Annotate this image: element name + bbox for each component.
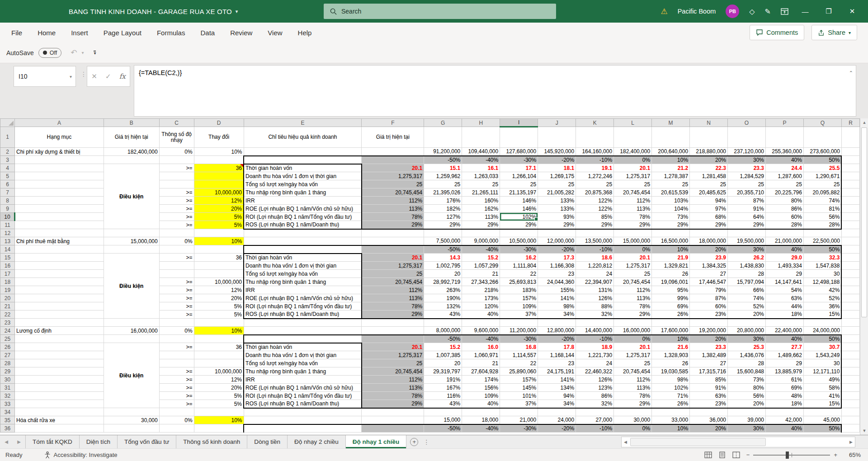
cell-D23[interactable] [194,319,244,327]
gem-icon[interactable]: ◇ [749,7,755,16]
cell-P30[interactable]: 61% [766,376,804,384]
cell-H29[interactable]: 27,604,928 [462,367,500,376]
cell-B13[interactable]: 15,000,000 [104,237,159,245]
cell-J4[interactable]: 18.1 [538,164,576,172]
cell-K2[interactable]: 164,160,000 [576,148,614,156]
cell-G8[interactable]: 176% [424,197,462,205]
cell-L18[interactable]: 20,745,454 [614,278,652,286]
close-button[interactable]: ✕ [845,7,859,15]
cell-C27[interactable] [159,351,194,359]
cell-Q9[interactable]: 81% [803,205,841,213]
sheet-tab[interactable]: Tổng vốn đầu tư [118,435,176,448]
cell-D4[interactable]: 36 [194,164,244,172]
cell-P36[interactable]: 40% [766,424,804,433]
cell-F8[interactable]: 112% [362,197,424,205]
cell-F6[interactable]: 25 [362,180,424,188]
cell-N13[interactable]: 18,000,000 [690,237,728,245]
cell-O8[interactable]: 87% [728,197,766,205]
cell-F34[interactable] [362,408,424,416]
cell-P24[interactable]: 22,400,000 [766,327,804,335]
cell-D6[interactable] [194,180,244,188]
cell-M20[interactable]: 99% [652,294,690,302]
cell-O31[interactable]: 80% [728,384,766,392]
cell-L7[interactable]: 20,745,454 [614,188,652,197]
sheet-tab[interactable]: Tóm tắt KQKD [25,435,80,448]
cell-I2[interactable]: 127,680,000 [500,148,538,156]
cell-H18[interactable]: 27,343,266 [462,278,500,286]
cell-O36[interactable]: 30% [728,424,766,433]
cell-L1[interactable] [614,127,652,148]
cell-Q29[interactable]: 12,171,110 [803,367,841,376]
cell-R15[interactable] [841,254,859,262]
row-header-27[interactable]: 27 [0,351,15,359]
cell-O33[interactable]: 20% [728,400,766,408]
cell-P35[interactable]: 42,000 [766,416,804,424]
row-header-6[interactable]: 6 [0,180,15,188]
cell-Q7[interactable]: 20,095,882 [803,188,841,197]
cell-G22[interactable]: 43% [424,310,462,319]
comments-button[interactable]: Comments [750,25,804,40]
cell-N9[interactable]: 97% [690,205,728,213]
cell-O26[interactable]: 25.3 [728,343,766,351]
sheet-options-icon[interactable]: ⋮ [422,435,431,448]
cell-J7[interactable]: 21,005,282 [538,188,576,197]
cell-R36[interactable] [841,424,859,433]
cell-R1[interactable] [841,127,859,148]
cell-L5[interactable]: 1,275,317 [614,172,652,180]
cell-F17[interactable]: 25 [362,270,424,278]
ribbon-tab-formulas[interactable]: Formulas [149,23,193,42]
cell-J12[interactable] [538,229,576,237]
cell-L29[interactable]: 20,745,454 [614,367,652,376]
search-box[interactable]: Search [324,4,556,19]
cell-F16[interactable]: 1,275,317 [362,262,424,270]
cell-E35[interactable] [244,416,362,424]
cell-D25[interactable] [194,335,244,343]
cell-J8[interactable]: 133% [538,197,576,205]
cell-K20[interactable]: 126% [576,294,614,302]
cell-N36[interactable]: 20% [690,424,728,433]
cell-K17[interactable]: 24 [576,270,614,278]
workbook-title[interactable]: BANG TINH KINH DOANH - GARAGE RUA XE OTO… [69,0,238,23]
cell-M24[interactable]: 17,600,000 [652,327,690,335]
cell-D28[interactable] [194,359,244,367]
cell-M1[interactable] [652,127,690,148]
cell-H20[interactable]: 173% [462,294,500,302]
sheet-tab[interactable]: Dòng tiền [247,435,288,448]
cell-C32[interactable]: >= [159,392,194,400]
warning-icon[interactable]: ⚠ [660,7,667,16]
cell-F36[interactable] [362,424,424,433]
cell-J10[interactable]: 93% [538,213,576,221]
cell-P7[interactable]: 20,225,796 [766,188,804,197]
row-header-24[interactable]: 24 [0,327,15,335]
row-header-29[interactable]: 29 [0,367,15,376]
cell-A21[interactable] [14,302,104,310]
cell-K24[interactable]: 14,400,000 [576,327,614,335]
cell-K27[interactable]: 1,221,730 [576,351,614,359]
row-header-20[interactable]: 20 [0,294,15,302]
cell-M28[interactable]: 26 [652,359,690,367]
cell-L22[interactable]: 29% [614,310,652,319]
cell-D26[interactable]: 36 [194,343,244,351]
cell-A26[interactable] [14,343,104,351]
cell-Q21[interactable]: 36% [803,302,841,310]
cell-F13[interactable] [362,237,424,245]
cell-L15[interactable]: 20.1 [614,254,652,262]
cell-L11[interactable]: 29% [614,221,652,229]
col-header-J[interactable]: J [538,119,576,127]
cell-A27[interactable] [14,351,104,359]
cell-K8[interactable]: 122% [576,197,614,205]
insert-function-icon[interactable]: f​x [119,72,126,80]
cell-I29[interactable]: 25,890,060 [500,367,538,376]
cell-Q13[interactable]: 22,500,000 [803,237,841,245]
cell-N30[interactable]: 85% [690,376,728,384]
ribbon-tab-home[interactable]: Home [30,23,63,42]
cell-H4[interactable]: 16.1 [462,164,500,172]
cell-Q26[interactable]: 30.7 [803,343,841,351]
cell-C19[interactable]: >= [159,286,194,294]
cell-P34[interactable] [766,408,804,416]
row-header-8[interactable]: 8 [0,197,15,205]
cell-R3[interactable] [841,156,859,164]
cell-O34[interactable] [728,408,766,416]
cell-I26[interactable]: 16.8 [500,343,538,351]
cell-J26[interactable]: 17.8 [538,343,576,351]
